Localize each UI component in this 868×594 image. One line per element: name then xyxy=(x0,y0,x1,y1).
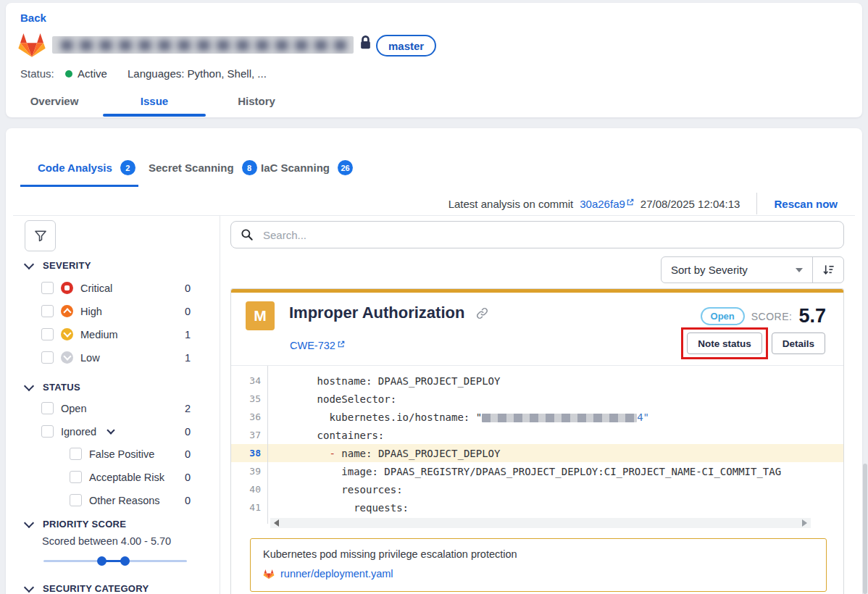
iac-scanning-count-badge: 26 xyxy=(338,160,353,175)
code-horizontal-scrollbar[interactable] xyxy=(270,518,811,528)
other-reasons-checkbox[interactable] xyxy=(70,494,82,506)
tab-iac-scanning[interactable]: IaC Scanning 26 xyxy=(261,160,353,175)
filter-icon xyxy=(33,229,48,243)
chevron-down-icon[interactable] xyxy=(107,426,115,434)
filter-row-low: Low 1 xyxy=(41,351,191,364)
filter-button[interactable] xyxy=(25,220,56,251)
scroll-left-icon[interactable] xyxy=(274,519,279,527)
divider xyxy=(13,215,855,216)
critical-checkbox[interactable] xyxy=(41,282,54,294)
divider xyxy=(756,193,757,214)
note-status-button[interactable]: Note status xyxy=(687,332,762,354)
latest-analysis-bar: Latest analysis on commit 30a26fa9 27/08… xyxy=(448,192,838,215)
tab-issue[interactable]: Issue xyxy=(103,95,206,112)
false-positive-count: 0 xyxy=(185,448,191,460)
tab-code-analysis[interactable]: Code Analysis 2 xyxy=(38,160,135,175)
low-count: 1 xyxy=(185,352,191,364)
tab-iac-scanning-label: IaC Scanning xyxy=(261,162,330,174)
rescan-now-link[interactable]: Rescan now xyxy=(774,198,838,210)
critical-icon xyxy=(61,282,73,294)
medium-checkbox[interactable] xyxy=(41,328,54,340)
chevron-down-icon xyxy=(24,517,34,527)
security-category-section-header[interactable]: SECURITY CATEGORY xyxy=(25,583,149,594)
languages-text: Languages: Python, Shell, ... xyxy=(128,67,267,80)
sort-direction-icon xyxy=(822,263,835,277)
high-checkbox[interactable] xyxy=(41,305,54,317)
acceptable-risk-checkbox[interactable] xyxy=(70,471,82,483)
tab-code-analysis-label: Code Analysis xyxy=(38,162,112,174)
tab-history[interactable]: History xyxy=(206,95,307,112)
status-dot-icon xyxy=(65,70,72,78)
page-scrollbar-thumb[interactable] xyxy=(863,464,867,594)
filter-row-high: High 0 xyxy=(41,305,191,317)
details-button[interactable]: Details xyxy=(772,332,825,354)
code-line: 37 containers: xyxy=(231,426,843,444)
code-analysis-count-badge: 2 xyxy=(120,160,135,175)
analysis-timestamp: 27/08/2025 12:04:13 xyxy=(640,198,740,210)
back-link[interactable]: Back xyxy=(20,12,46,24)
issue-card: M Improper Authorization Open SCORE: 5.7… xyxy=(230,288,844,594)
code-line: 34 hostname: DPAAS_PROJECT_DEPLOY xyxy=(231,372,843,390)
issues-panel-card: Code Analysis 2 Secret Scanning 8 IaC Sc… xyxy=(6,128,862,594)
priority-slider-handle-max[interactable] xyxy=(120,556,130,566)
score-value: 5.7 xyxy=(798,305,826,327)
blurred-hostname-value xyxy=(482,414,637,422)
branch-badge[interactable]: master xyxy=(376,35,436,57)
gitlab-logo-icon xyxy=(17,32,46,61)
commit-link[interactable]: 30a26fa9 xyxy=(580,198,634,210)
secret-scanning-count-badge: 8 xyxy=(242,160,257,175)
filter-row-other-reasons: Other Reasons 0 xyxy=(70,494,191,506)
priority-slider-handle-min[interactable] xyxy=(97,556,107,566)
finding-message: Kubernetes pod missing privilege escalat… xyxy=(263,548,517,560)
status-section-header[interactable]: STATUS xyxy=(25,382,80,393)
blurred-project-name xyxy=(52,36,354,54)
filter-row-medium: Medium 1 xyxy=(41,328,191,340)
search-icon xyxy=(241,228,254,241)
code-viewer: 34 hostname: DPAAS_PROJECT_DEPLOY 35 nod… xyxy=(231,372,843,516)
issue-title: Improper Authorization xyxy=(289,304,464,322)
filter-row-acceptable-risk: Acceptable Risk 0 xyxy=(70,471,191,483)
code-line: 36 kubernetes.io/hostname: "4" xyxy=(231,408,843,426)
ignored-count: 0 xyxy=(185,426,191,438)
status-value: Active xyxy=(78,67,107,80)
filter-row-ignored: Ignored 0 xyxy=(41,425,191,438)
filter-row-open: Open 2 xyxy=(41,402,191,414)
priority-score-section-header[interactable]: PRIORITY SCORE xyxy=(25,519,126,530)
finding-file-link[interactable]: runner/deployment.yaml xyxy=(280,568,393,580)
tab-secret-scanning[interactable]: Secret Scanning 8 xyxy=(149,160,257,175)
critical-count: 0 xyxy=(185,283,191,294)
lock-icon xyxy=(359,34,372,54)
status-label: Status: xyxy=(20,67,54,80)
low-icon xyxy=(61,351,73,364)
sort-dropdown[interactable]: Sort by Severity xyxy=(662,257,813,283)
latest-analysis-text: Latest analysis on commit xyxy=(448,198,574,210)
gitlab-logo-icon xyxy=(263,569,275,580)
other-reasons-count: 0 xyxy=(185,495,191,506)
project-header-card: Back master Status: Active Languages: Py… xyxy=(6,3,862,117)
finding-message-box: Kubernetes pod missing privilege escalat… xyxy=(250,538,827,592)
ignored-checkbox[interactable] xyxy=(41,425,54,438)
search-bar xyxy=(230,221,844,248)
open-checkbox[interactable] xyxy=(41,402,54,414)
external-link-icon xyxy=(627,198,634,206)
chevron-down-icon xyxy=(24,259,34,269)
cwe-link[interactable]: CWE-732 xyxy=(290,340,345,351)
code-line: 35 nodeSelector: xyxy=(231,390,843,408)
tab-overview[interactable]: Overview xyxy=(6,95,103,112)
divider xyxy=(231,365,843,366)
false-positive-checkbox[interactable] xyxy=(70,448,82,460)
code-line: 39 image: DPAAS_REGISTRY/DPAAS_PROJECT_D… xyxy=(231,462,843,480)
score-label: SCORE: xyxy=(751,311,793,322)
sort-direction-button[interactable] xyxy=(813,257,843,283)
severity-color-bar xyxy=(231,289,843,293)
link-icon[interactable] xyxy=(475,306,489,320)
severity-section-header[interactable]: SEVERITY xyxy=(25,260,91,271)
scroll-right-icon[interactable] xyxy=(802,519,807,527)
gutter-divider xyxy=(267,366,268,524)
chevron-down-icon xyxy=(24,380,34,390)
sort-control: Sort by Severity xyxy=(661,256,844,283)
chevron-down-icon xyxy=(24,582,34,592)
search-input[interactable] xyxy=(262,228,834,242)
low-checkbox[interactable] xyxy=(41,351,54,364)
finding-file-row: runner/deployment.yaml xyxy=(263,568,393,580)
